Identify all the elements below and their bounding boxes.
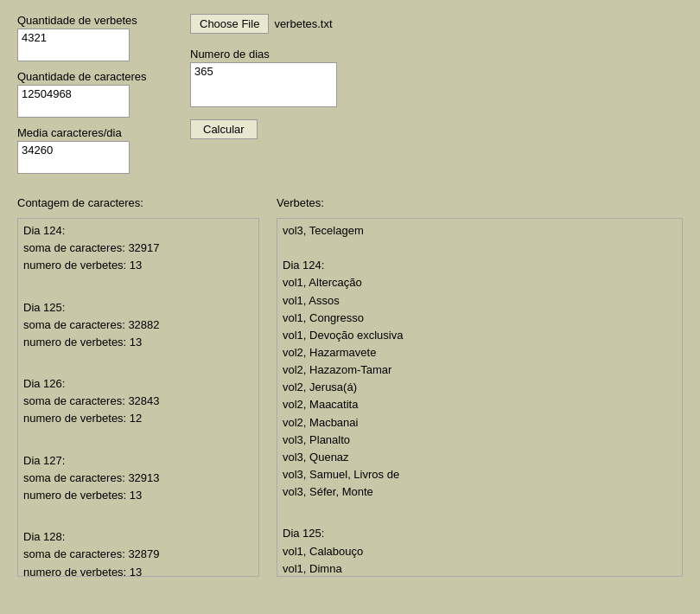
numero-text: numero de verbetes: 12	[23, 410, 253, 427]
bottom-section: Contagem de caracteres: Dia 124: soma de…	[0, 188, 700, 585]
numero-dias-group: Numero de dias 365	[190, 48, 683, 107]
list-item: Dia 124: vol1, Altercação vol1, Assos vo…	[283, 257, 677, 501]
verbetes-scroll[interactable]: vol3, Tecelagem Dia 124: vol1, Altercaçã…	[277, 219, 682, 576]
dia-heading: Dia 125:	[283, 525, 677, 542]
quantidade-caracteres-label: Quantidade de caracteres	[17, 70, 156, 83]
soma-text: soma de caracteres: 32917	[23, 240, 253, 257]
quantidade-verbetes-label: Quantidade de verbetes	[17, 14, 156, 27]
soma-text: soma de caracteres: 32879	[23, 546, 253, 563]
dia-heading: Dia 127:	[23, 452, 253, 470]
choose-file-button[interactable]: Choose File	[190, 14, 269, 34]
media-caracteres-group: Media caracteres/dia 34260	[17, 126, 156, 174]
verbete-item: vol3, Planalto	[283, 432, 677, 449]
numero-text: numero de verbetes: 13	[23, 334, 253, 351]
list-item: Dia 125: vol1, Calabouço vol1, Dimna vol…	[283, 525, 677, 576]
contagem-panel: Contagem de caracteres: Dia 124: soma de…	[17, 196, 259, 577]
dia-heading: Dia 124:	[23, 222, 253, 240]
dia-heading: Dia 125:	[23, 299, 253, 317]
file-name-label: verbetes.txt	[274, 17, 332, 30]
list-item: Dia 128: soma de caracteres: 32879 numer…	[23, 528, 253, 576]
numero-text: numero de verbetes: 13	[23, 564, 253, 576]
quantidade-caracteres-group: Quantidade de caracteres 12504968	[17, 70, 156, 118]
numero-dias-input[interactable]: 365	[190, 62, 337, 107]
verbete-item: vol1, Congresso	[283, 310, 677, 327]
verbetes-top-item: vol3, Tecelagem	[283, 222, 677, 240]
quantidade-caracteres-input[interactable]: 12504968	[17, 85, 130, 118]
verbete-item: vol2, Jerusa(á)	[283, 379, 677, 396]
verbete-item: vol2, Maacatita	[283, 396, 677, 413]
media-caracteres-label: Media caracteres/dia	[17, 126, 156, 139]
verbete-item: vol3, Séfer, Monte	[283, 483, 677, 501]
verbetes-title: Verbetes:	[277, 196, 683, 209]
verbete-item: vol2, Hazazom-Tamar	[283, 361, 677, 379]
contagem-scroll[interactable]: Dia 124: soma de caracteres: 32917 numer…	[18, 219, 258, 576]
verbete-item: vol2, Macbanai	[283, 414, 677, 432]
verbete-item: vol1, Dimna	[283, 560, 677, 576]
quantidade-verbetes-input[interactable]: 4321	[17, 29, 130, 61]
numero-dias-label: Numero de dias	[190, 48, 683, 61]
dia-heading: Dia 128:	[23, 528, 253, 546]
verbetes-panel: Verbetes: vol3, Tecelagem Dia 124: vol1,…	[277, 196, 683, 577]
right-section: Choose File verbetes.txt Numero de dias …	[190, 14, 683, 179]
list-item: Dia 125: soma de caracteres: 32882 numer…	[23, 299, 253, 351]
calcular-button[interactable]: Calcular	[190, 119, 258, 139]
soma-text: soma de caracteres: 32882	[23, 317, 253, 334]
list-item: Dia 126: soma de caracteres: 32843 numer…	[23, 375, 253, 427]
verbete-item: vol1, Altercação	[283, 274, 677, 291]
dia-heading: Dia 124:	[283, 257, 677, 274]
numero-text: numero de verbetes: 13	[23, 257, 253, 274]
contagem-title: Contagem de caracteres:	[17, 196, 259, 209]
dia-heading: Dia 126:	[23, 375, 253, 393]
verbete-item: vol1, Assos	[283, 292, 677, 310]
media-caracteres-input[interactable]: 34260	[17, 141, 130, 174]
file-row: Choose File verbetes.txt	[190, 14, 683, 34]
quantidade-verbetes-group: Quantidade de verbetes 4321	[17, 14, 156, 61]
verbete-item: vol3, Quenaz	[283, 449, 677, 466]
list-item: Dia 124: soma de caracteres: 32917 numer…	[23, 222, 253, 274]
numero-text: numero de verbetes: 13	[23, 487, 253, 504]
verbete-item: vol1, Devoção exclusiva	[283, 327, 677, 344]
verbete-item: vol2, Hazarmavete	[283, 344, 677, 361]
soma-text: soma de caracteres: 32913	[23, 470, 253, 487]
verbete-item: vol3, Samuel, Livros de	[283, 466, 677, 483]
list-item: Dia 127: soma de caracteres: 32913 numer…	[23, 452, 253, 504]
left-fields-panel: Quantidade de verbetes 4321 Quantidade d…	[17, 14, 156, 179]
verbete-item: vol1, Calabouço	[283, 543, 677, 560]
soma-text: soma de caracteres: 32843	[23, 393, 253, 410]
